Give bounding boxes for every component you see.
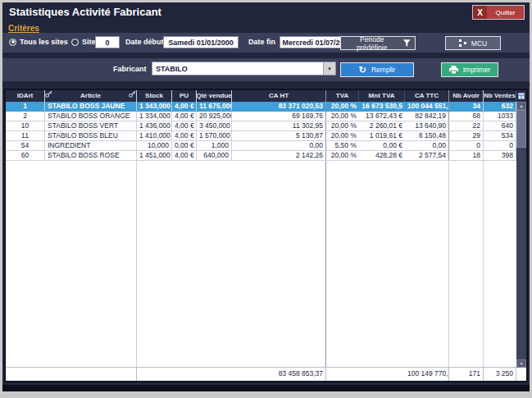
column-header[interactable]: Article bbox=[45, 90, 137, 102]
table-cell: 2 577,54 bbox=[405, 151, 449, 160]
refresh-icon: ↻ bbox=[359, 66, 366, 74]
totals-cell bbox=[359, 368, 405, 381]
predefined-period-label: Période prédéfinie bbox=[345, 35, 398, 52]
table-empty-cell bbox=[232, 161, 326, 367]
table-cell: 1 451,000 bbox=[137, 151, 172, 160]
table-cell: STABILO BOSS VERT bbox=[45, 121, 137, 130]
table-cell: 4,00 € bbox=[172, 131, 197, 140]
table-cell: 4,00 € bbox=[172, 112, 197, 121]
scrollbar-thumb[interactable] bbox=[516, 110, 526, 148]
fabricant-value: STABILO bbox=[152, 65, 323, 73]
all-sites-radio[interactable]: Tous les sites bbox=[9, 38, 68, 46]
table-cell: 4,00 € bbox=[172, 102, 197, 111]
all-sites-label: Tous les sites bbox=[20, 38, 68, 46]
fabricant-panel: Fabricant STABILO ▾ ↻ Remplir Imprimer bbox=[2, 58, 530, 81]
table-cell: STABILO BOSS BLEU bbox=[45, 131, 137, 140]
table-empty-cell bbox=[45, 161, 137, 367]
table-cell: 6 150,48 bbox=[405, 131, 449, 140]
column-header[interactable]: Mnt TVA bbox=[359, 90, 405, 102]
fabricant-label: Fabricant bbox=[113, 63, 147, 75]
radio-unchecked-icon bbox=[71, 39, 79, 46]
table-cell: 20,00 % bbox=[326, 121, 359, 130]
fill-button[interactable]: ↻ Remplir bbox=[340, 62, 414, 77]
table-row[interactable]: 54INGREDIENT10,0000,00 €1,0000,005,50 %0… bbox=[6, 141, 516, 151]
table-cell: 0,00 bbox=[232, 141, 326, 150]
table-cell: 632 bbox=[484, 102, 516, 111]
column-header[interactable]: Nb Avoir bbox=[449, 90, 484, 102]
table-cell: 1 436,000 bbox=[137, 121, 172, 130]
scroll-down-icon[interactable]: ▼ bbox=[516, 359, 526, 368]
column-header[interactable]: Nb Ventes bbox=[484, 90, 516, 102]
table-row[interactable]: 2STABILO BOSS ORANGE1 334,0004,00 €20 92… bbox=[6, 112, 516, 121]
table-cell: 13 672,43 € bbox=[359, 112, 405, 121]
table-cell: 11 302,95 bbox=[232, 121, 326, 130]
scrollbar-track[interactable] bbox=[516, 148, 526, 359]
totals-cell bbox=[45, 368, 137, 381]
table-cell: 0,00 bbox=[405, 141, 449, 150]
table-empty-cell bbox=[197, 161, 232, 367]
totals-cell bbox=[197, 368, 232, 381]
date-end-label: Date fin bbox=[248, 36, 275, 48]
table-empty-cell bbox=[359, 161, 405, 367]
table-cell: 2 bbox=[6, 112, 45, 121]
table-cell: 4,00 € bbox=[172, 151, 197, 160]
table-cell: 0 bbox=[449, 141, 484, 150]
table-cell: 3 450,000 bbox=[197, 121, 232, 130]
column-header[interactable]: TVA bbox=[326, 90, 359, 102]
totals-cell: 171 bbox=[449, 368, 484, 381]
criteria-section-link[interactable]: Critères bbox=[8, 24, 39, 33]
column-header[interactable]: CA TTC bbox=[405, 90, 449, 102]
date-start-input[interactable] bbox=[163, 36, 239, 48]
table-row[interactable]: 10STABILO BOSS VERT1 436,0004,00 €3 450,… bbox=[6, 121, 516, 131]
mcu-button[interactable]: MCU bbox=[445, 36, 501, 50]
totals-cell bbox=[137, 368, 172, 381]
table-cell: 68 bbox=[449, 112, 484, 121]
site-input[interactable] bbox=[95, 36, 120, 48]
column-header[interactable]: Qté vendue bbox=[197, 90, 232, 102]
table-cell: 1 343,000 bbox=[137, 102, 172, 111]
table-row[interactable]: 60STABILO BOSS ROSE1 451,0004,00 €640,00… bbox=[6, 151, 516, 161]
table-cell: 0,00 € bbox=[359, 141, 405, 150]
predefined-period-button[interactable]: Période prédéfinie bbox=[340, 36, 416, 50]
table-cell: 0,00 € bbox=[172, 141, 197, 150]
desktop-background: Statistiques Activité Fabricant X Quitte… bbox=[0, 0, 532, 398]
column-header[interactable]: PU bbox=[172, 90, 197, 102]
table-properties-icon[interactable] bbox=[516, 90, 526, 102]
window-title: Statistiques Activité Fabricant bbox=[9, 6, 161, 18]
vertical-scrollbar[interactable]: ▲ ▼ bbox=[516, 102, 526, 368]
table-cell: 83 371 020,53 bbox=[232, 102, 326, 111]
column-header[interactable]: CA HT bbox=[232, 90, 326, 102]
dots-icon bbox=[459, 39, 466, 47]
filter-icon bbox=[403, 39, 411, 47]
table-empty-cell bbox=[484, 161, 516, 367]
printer-icon bbox=[449, 66, 458, 74]
chevron-down-icon[interactable]: ▾ bbox=[323, 62, 335, 75]
table-header-row: IDArtArticleStockPUQté vendueCA HTTVAMnt… bbox=[6, 90, 526, 102]
table-cell: 20,00 % bbox=[326, 151, 359, 160]
scroll-up-icon[interactable]: ▲ bbox=[516, 102, 526, 110]
site-radio[interactable]: Site bbox=[71, 38, 96, 46]
fill-label: Remplir bbox=[371, 66, 395, 74]
table-cell: STABILO BOSS JAUNE bbox=[45, 102, 137, 111]
table-body: 1STABILO BOSS JAUNE1 343,0004,00 €11 675… bbox=[6, 102, 516, 367]
column-header[interactable]: Stock bbox=[137, 90, 172, 102]
table-cell: 640 bbox=[484, 121, 516, 130]
totals-cell: 3 250 bbox=[484, 368, 516, 381]
close-icon: X bbox=[473, 6, 487, 19]
print-button[interactable]: Imprimer bbox=[441, 62, 498, 77]
table-cell: 5 130,87 bbox=[232, 131, 326, 140]
totals-cell bbox=[172, 368, 197, 381]
column-header[interactable]: IDArt bbox=[6, 90, 45, 102]
quit-button[interactable]: X Quitter bbox=[472, 5, 525, 20]
mcu-label: MCU bbox=[471, 39, 487, 48]
table-row[interactable]: 1STABILO BOSS JAUNE1 343,0004,00 €11 675… bbox=[6, 102, 516, 112]
table-cell: 20,00 % bbox=[326, 102, 359, 111]
key-icon bbox=[45, 90, 52, 102]
table-cell: 398 bbox=[484, 151, 516, 160]
table-cell: 29 bbox=[449, 131, 484, 140]
fabricant-combobox[interactable]: STABILO ▾ bbox=[152, 62, 336, 75]
totals-cell bbox=[6, 368, 45, 381]
table-row[interactable]: 11STABILO BOSS BLEU1 410,0004,00 €1 570,… bbox=[6, 131, 516, 141]
table-cell: 18 bbox=[449, 151, 484, 160]
key-icon bbox=[129, 90, 136, 102]
